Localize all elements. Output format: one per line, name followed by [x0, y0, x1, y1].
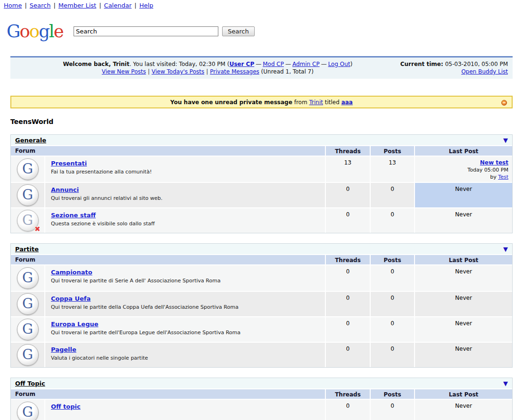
nav-item-calendar[interactable]: Calendar: [104, 2, 132, 9]
titled-text: titled: [325, 99, 340, 106]
category-header: Generale ▼: [11, 135, 512, 146]
search-input[interactable]: [74, 26, 218, 36]
pm-alert-message: You have one unread private message: [170, 99, 292, 106]
collapse-arrow-icon[interactable]: ▼: [503, 380, 508, 387]
last-post-thread-link[interactable]: New test: [480, 159, 508, 166]
pm-alert-bar: You have one unread private message from…: [10, 96, 513, 108]
pm-counts: (Unread 1, Total 7): [261, 68, 314, 75]
dismiss-dash: [503, 102, 506, 103]
forum-index: Generale ▼ Forum Threads Posts Last Post…: [10, 134, 513, 420]
current-time-label: Current time:: [400, 61, 443, 67]
column-threads: Threads: [325, 389, 370, 399]
pm-sender-link[interactable]: Trinit: [309, 99, 323, 106]
google-logo[interactable]: Google: [7, 23, 59, 40]
log-out-link[interactable]: Log Out: [328, 61, 350, 67]
private-messages-link[interactable]: Private Messages: [210, 68, 259, 75]
column-threads: Threads: [325, 255, 370, 264]
nav-item-home[interactable]: Home: [4, 2, 22, 9]
posts-count: 0: [370, 265, 414, 291]
forum-description: Valuta i giocatori nelle singole partite: [51, 355, 321, 361]
pm-title-link[interactable]: aaa: [341, 99, 353, 106]
threads-count: 0: [325, 317, 370, 342]
welcome-greeting: Welcome back, Trinit: [63, 61, 129, 67]
forum-description: Qui troverai gli annunci relativi al sit…: [51, 195, 321, 201]
threads-count: 0: [325, 183, 370, 207]
column-header-row: Forum Threads Posts Last Post: [11, 255, 512, 265]
last-post-cell-highlighted: Never: [414, 183, 512, 207]
posts-count: 0: [370, 400, 414, 420]
column-last-post: Last Post: [414, 389, 512, 399]
forum-link[interactable]: Europa Legue: [51, 321, 99, 328]
view-todays-posts-link[interactable]: View Today's Posts: [151, 68, 204, 75]
category-generale: Generale ▼ Forum Threads Posts Last Post…: [10, 134, 513, 233]
posts-count: 0: [370, 317, 414, 342]
collapse-arrow-icon[interactable]: ▼: [503, 246, 508, 252]
last-post-cell: Never: [414, 400, 512, 420]
forum-link[interactable]: Off topic: [51, 403, 81, 410]
category-title-link[interactable]: Off Topic: [15, 380, 45, 387]
forum-status-g-icon: G: [17, 402, 39, 420]
column-last-post: Last Post: [414, 255, 512, 264]
google-logo-letter: l: [49, 21, 54, 41]
column-forum: Forum: [11, 148, 325, 154]
forum-link[interactable]: Sezione staff: [51, 212, 96, 219]
pipe-separator: |: [206, 68, 208, 75]
collapse-arrow-icon[interactable]: ▼: [503, 137, 508, 143]
user-cp-link[interactable]: User CP: [229, 61, 254, 67]
category-title-link[interactable]: Partite: [15, 246, 39, 253]
nav-item-help[interactable]: Help: [139, 2, 153, 9]
search-button[interactable]: Search: [222, 26, 255, 36]
dismiss-icon[interactable]: [501, 100, 507, 106]
forum-link[interactable]: Coppa Uefa: [51, 295, 91, 302]
category-title-link[interactable]: Generale: [15, 137, 46, 144]
column-forum: Forum: [11, 256, 325, 263]
column-header-row: Forum Threads Posts Last Post: [11, 389, 512, 400]
current-time: Current time: 05-03-2010, 05:00 PM: [400, 60, 508, 68]
column-last-post: Last Post: [414, 146, 512, 156]
forum-description: Questa sezione è visibile solo dallo sta…: [51, 221, 321, 227]
last-post-cell: Never: [414, 265, 512, 291]
column-posts: Posts: [370, 389, 414, 399]
forum-status-g-icon: G: [17, 267, 39, 289]
view-new-posts-link[interactable]: View New Posts: [102, 68, 146, 75]
forum-link[interactable]: Presentati: [51, 160, 87, 167]
threads-count: 0: [325, 265, 370, 291]
admin-cp-link[interactable]: Admin CP: [292, 61, 320, 67]
column-threads: Threads: [325, 146, 370, 156]
dash-separator: —: [256, 61, 261, 67]
by-text: by: [490, 174, 497, 180]
forum-status-g-icon: G: [17, 319, 39, 340]
forum-row-coppa-uefa: G Coppa Uefa Qui troverai le partite del…: [11, 291, 512, 316]
last-post-cell: Never: [414, 317, 512, 342]
column-posts: Posts: [370, 255, 414, 264]
google-logo-letter: o: [20, 21, 29, 41]
posts-count: 0: [370, 183, 414, 207]
forum-link[interactable]: Campionato: [51, 269, 92, 276]
forum-link[interactable]: Annunci: [51, 186, 79, 193]
forum-status-g-icon: G: [17, 293, 39, 315]
nav-item-member-list[interactable]: Member List: [58, 2, 96, 9]
nav-separator: |: [99, 2, 101, 9]
google-search-bar: Google Search: [7, 20, 523, 42]
forum-status-g-icon: G: [17, 184, 39, 206]
posts-count: 13: [370, 156, 414, 182]
last-post-time: Today 05:00 PM: [415, 166, 508, 173]
forum-link[interactable]: Pagelle: [51, 346, 76, 353]
forum-row-pagelle: G Pagelle Valuta i giocatori nelle singo…: [11, 342, 512, 367]
forum-row-europa-legue: G Europa Legue Qui troverai le partite d…: [11, 316, 512, 342]
nav-item-search[interactable]: Search: [30, 2, 51, 9]
pipe-separator: |: [148, 68, 149, 75]
last-visited-text: . You last visited: Today, 02:30 PM (: [129, 61, 229, 67]
pm-alert-text: You have one unread private message from…: [170, 99, 353, 106]
from-text: from: [294, 99, 307, 106]
last-post-cell: Never: [414, 208, 512, 233]
threads-count: 0: [325, 208, 370, 233]
mod-cp-link[interactable]: Mod CP: [263, 61, 284, 67]
top-nav: Home|Search|Member List|Calendar|Help: [0, 0, 523, 9]
forum-description: Qui troverai le partite dell'Europa Legu…: [51, 329, 321, 336]
forum-description: Qui troverai le partite della Coppa Uefa…: [51, 304, 321, 310]
open-buddy-list-link[interactable]: Open Buddy List: [461, 68, 508, 75]
last-post-cell: Never: [414, 343, 512, 367]
current-time-value: 05-03-2010, 05:00 PM: [445, 61, 508, 67]
last-post-author-link[interactable]: Test: [498, 174, 508, 180]
